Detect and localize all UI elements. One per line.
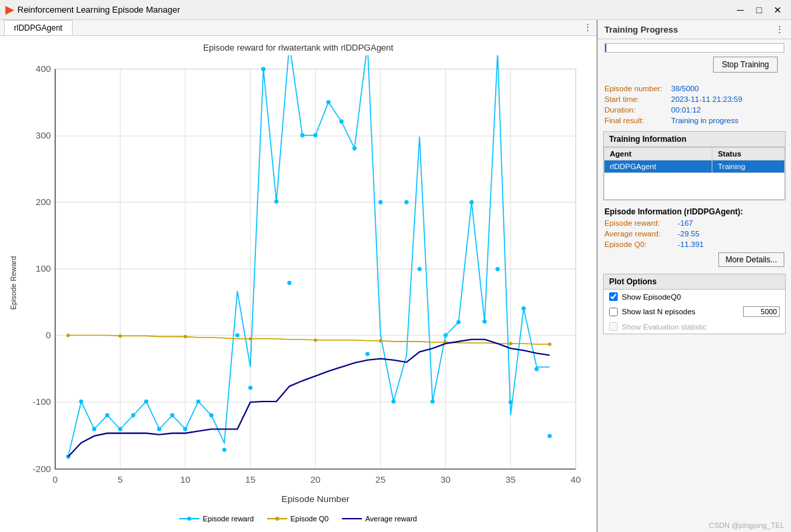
- tab-menu-button[interactable]: ⋮: [583, 22, 592, 33]
- svg-text:200: 200: [36, 197, 51, 207]
- duration-label: Duration:: [604, 106, 671, 114]
- chart-area: Episode reward for rlwatertank with rlDD…: [0, 36, 596, 532]
- svg-point-36: [92, 427, 96, 431]
- svg-text:0: 0: [53, 475, 58, 485]
- episode-number-label: Episode number:: [604, 85, 671, 93]
- show-episode-q0-checkbox[interactable]: [609, 292, 618, 301]
- ep-reward-label: Episode reward:: [604, 219, 678, 227]
- title-bar-controls: ─ □ ✕: [732, 3, 786, 17]
- show-last-n-row: Show last N episodes: [604, 304, 785, 320]
- svg-point-53: [313, 133, 317, 137]
- svg-point-65: [470, 200, 474, 204]
- avg-reward-row: Average reward: -29.55: [598, 228, 791, 239]
- legend-episode-reward-label: Episode reward: [203, 515, 253, 523]
- svg-point-67: [496, 267, 500, 271]
- svg-text:-100: -100: [33, 397, 51, 407]
- svg-point-41: [157, 427, 161, 431]
- svg-point-77: [379, 339, 382, 342]
- agent-table-row[interactable]: rlDDPGAgent Training: [604, 160, 785, 173]
- main-container: rlDDPGAgent ⋮ Episode reward for rlwater…: [0, 20, 791, 532]
- ep-reward-row: Episode reward: -167: [598, 218, 791, 228]
- training-progress-title: Training Progress: [604, 25, 678, 35]
- svg-text:30: 30: [440, 475, 451, 485]
- final-result-value: Training in progress: [671, 117, 738, 125]
- training-progress-header: Training Progress ⋮: [598, 20, 791, 39]
- svg-point-45: [209, 413, 213, 417]
- episode-info-section: Episode Information (rlDDPGAgent): Episo…: [598, 203, 791, 271]
- svg-point-62: [430, 399, 434, 403]
- show-last-n-checkbox[interactable]: [609, 308, 618, 316]
- svg-point-52: [301, 133, 305, 137]
- svg-text:0: 0: [46, 330, 51, 340]
- agent-table-empty-row: [604, 173, 785, 200]
- svg-point-38: [118, 427, 122, 431]
- svg-point-74: [183, 335, 187, 338]
- window-title: Reinforcement Learning Episode Manager: [17, 5, 180, 15]
- svg-point-66: [482, 320, 486, 324]
- svg-text:40: 40: [570, 475, 581, 485]
- svg-point-64: [456, 320, 460, 324]
- svg-point-40: [144, 399, 148, 403]
- training-info-section: Episode number: 38/5000 Start time: 2023…: [598, 81, 791, 129]
- title-bar: ▶ Reinforcement Learning Episode Manager…: [0, 0, 791, 20]
- svg-text:300: 300: [36, 131, 51, 140]
- chart-legend: Episode reward Episode Q0 Average reward: [7, 515, 590, 523]
- svg-point-63: [443, 333, 447, 337]
- svg-point-47: [235, 333, 239, 337]
- svg-point-76: [314, 338, 317, 342]
- final-result-row: Final result: Training in progress: [604, 115, 784, 126]
- status-col-header: Status: [712, 148, 785, 160]
- svg-point-80: [548, 342, 551, 346]
- ep-q0-value: -11.391: [678, 240, 704, 248]
- svg-point-35: [79, 399, 83, 403]
- svg-text:100: 100: [36, 264, 51, 274]
- svg-point-71: [548, 434, 552, 438]
- svg-point-59: [391, 399, 395, 403]
- svg-point-42: [170, 413, 174, 417]
- show-episode-q0-row: Show EpisodeQ0: [604, 290, 785, 304]
- episode-number-value: 38/5000: [671, 85, 699, 93]
- svg-text:400: 400: [36, 64, 51, 74]
- svg-point-48: [249, 386, 253, 390]
- start-time-value: 2023-11-11 21:23:59: [671, 95, 742, 103]
- svg-point-51: [287, 281, 291, 285]
- svg-text:15: 15: [245, 475, 255, 485]
- plot-options-box: Plot Options Show EpisodeQ0 Show last N …: [603, 274, 786, 334]
- show-eval-checkbox[interactable]: [609, 322, 618, 331]
- svg-point-46: [222, 447, 226, 451]
- svg-point-75: [249, 337, 252, 340]
- legend-average-reward: Average reward: [342, 515, 416, 523]
- ep-q0-label: Episode Q0:: [604, 240, 678, 248]
- duration-row: Duration: 00:01:12: [604, 105, 784, 115]
- svg-point-56: [353, 146, 357, 150]
- tab-rldddpgagent[interactable]: rlDDPGAgent: [4, 20, 73, 35]
- maximize-button[interactable]: □: [751, 3, 767, 17]
- stop-training-button[interactable]: Stop Training: [713, 57, 778, 73]
- svg-text:35: 35: [506, 475, 516, 485]
- training-information-box: Training Information Agent Status rlDDPG…: [603, 131, 786, 200]
- more-details-row: More Details...: [598, 250, 791, 271]
- training-progress-menu-button[interactable]: ⋮: [775, 24, 784, 35]
- n-episodes-input[interactable]: [743, 306, 780, 317]
- agent-name-cell: rlDDPGAgent: [604, 160, 712, 173]
- tab-bar: rlDDPGAgent ⋮: [0, 20, 596, 36]
- svg-point-50: [275, 199, 279, 203]
- legend-episode-q0: Episode Q0: [267, 515, 329, 523]
- show-episode-q0-label: Show EpisodeQ0: [622, 293, 681, 301]
- svg-point-55: [339, 119, 343, 123]
- avg-reward-label: Average reward:: [604, 230, 678, 238]
- more-details-button[interactable]: More Details...: [718, 252, 784, 267]
- svg-point-44: [196, 399, 200, 403]
- y-axis-label: Episode Reward: [9, 256, 17, 310]
- episode-number-row: Episode number: 38/5000: [604, 83, 784, 94]
- matlab-icon: ▶: [5, 3, 13, 16]
- chart-svg: 400 300 200 100 0 -100 -200: [20, 55, 590, 511]
- close-button[interactable]: ✕: [770, 3, 786, 17]
- svg-point-49: [261, 67, 265, 71]
- svg-text:-200: -200: [33, 464, 51, 474]
- legend-episode-reward: Episode reward: [179, 515, 253, 523]
- svg-point-43: [183, 427, 187, 431]
- start-time-label: Start time:: [604, 95, 671, 103]
- minimize-button[interactable]: ─: [732, 3, 748, 17]
- svg-point-57: [365, 352, 369, 356]
